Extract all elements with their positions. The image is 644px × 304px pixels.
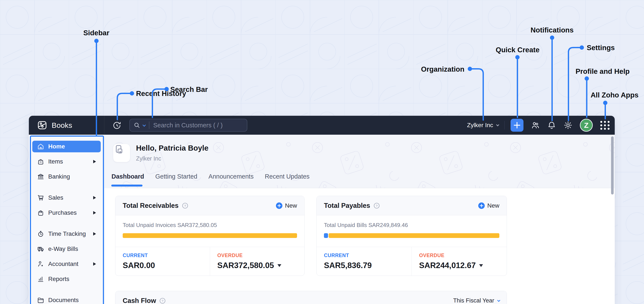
sidebar-item-eway-bills[interactable]: e-Way Bills xyxy=(32,243,101,255)
global-search[interactable] xyxy=(129,119,247,132)
sidebar-item-purchases[interactable]: Purchases xyxy=(32,207,101,219)
overdue-bar-segment xyxy=(329,233,499,238)
sidebar-item-sales[interactable]: Sales xyxy=(32,192,101,204)
overdue-amount: SAR244,012.67 xyxy=(419,261,476,270)
expand-arrow-icon xyxy=(93,160,96,163)
chevron-down-icon xyxy=(497,299,500,302)
payables-title: Total Payables xyxy=(324,202,370,210)
tab-recent-updates[interactable]: Recent Updates xyxy=(265,173,310,184)
sidebar: Home Items Banking Sales xyxy=(29,135,104,304)
unpaid-bills-label: Total Unpaid Bills SAR249,849.46 xyxy=(324,222,499,229)
org-document-icon xyxy=(113,144,124,155)
recent-history-icon[interactable] xyxy=(112,120,122,130)
avatar-letter: Z xyxy=(584,121,589,129)
total-receivables-card: Total Receivables ? New Total Unpaid Inv… xyxy=(115,196,304,276)
sidebar-item-items[interactable]: Items xyxy=(32,156,101,167)
documents-folder-icon xyxy=(37,297,44,304)
sidebar-item-home[interactable]: Home xyxy=(32,141,101,152)
annotation-search-bar: Search Bar xyxy=(170,85,208,94)
reports-chart-icon xyxy=(37,275,44,283)
help-icon[interactable]: ? xyxy=(182,202,188,209)
payables-current: CURRENT SAR5,836.79 xyxy=(316,247,412,276)
current-bar-segment xyxy=(324,233,328,238)
cash-flow-header: Cash Flow ? This Fiscal Year xyxy=(115,291,507,304)
annotation-sidebar: Sidebar xyxy=(83,29,109,37)
tab-dashboard[interactable]: Dashboard xyxy=(112,173,144,184)
scrollbar-thumb[interactable] xyxy=(611,136,614,195)
purchases-bag-icon xyxy=(37,209,44,216)
organization-switcher[interactable]: Zylker Inc xyxy=(467,122,498,129)
sidebar-item-documents[interactable]: Documents xyxy=(32,294,101,304)
greeting-subtitle: Zylker Inc xyxy=(136,155,161,162)
zoho-books-logo-icon xyxy=(37,120,47,130)
notifications-bell-icon[interactable] xyxy=(547,121,556,130)
plus-icon xyxy=(276,202,282,209)
greeting-banner: Hello, Patricia Boyle Zylker Inc Dashboa… xyxy=(104,135,615,188)
eway-truck-icon xyxy=(37,245,44,253)
payables-progress-bar xyxy=(324,233,499,238)
main-content: Hello, Patricia Boyle Zylker Inc Dashboa… xyxy=(104,135,615,304)
sales-cart-icon xyxy=(37,194,44,201)
all-zoho-apps-icon[interactable] xyxy=(600,120,610,130)
receivables-progress-bar xyxy=(123,233,297,238)
new-invoice-button[interactable]: New xyxy=(276,202,297,209)
payables-overdue: OVERDUE SAR244,012.67 xyxy=(412,247,507,276)
annotation-quick-create: Quick Create xyxy=(496,46,540,54)
total-payables-card: Total Payables ? New Total Unpaid Bills … xyxy=(316,196,507,276)
overdue-amount-dropdown[interactable]: SAR244,012.67 xyxy=(419,261,499,270)
quick-create-button[interactable] xyxy=(510,119,524,132)
topbar-divider xyxy=(504,121,504,129)
help-icon[interactable]: ? xyxy=(373,202,380,209)
greeting-title: Hello, Patricia Boyle xyxy=(136,144,208,152)
annotation-all-zoho-apps: All Zoho Apps xyxy=(590,91,638,99)
expand-arrow-icon xyxy=(93,196,96,199)
current-amount: SAR0.00 xyxy=(123,261,155,270)
sidebar-item-time-tracking[interactable]: Time Tracking xyxy=(32,228,101,240)
tab-getting-started[interactable]: Getting Started xyxy=(155,173,197,184)
tab-announcements[interactable]: Announcements xyxy=(208,173,254,184)
overdue-amount-dropdown[interactable]: SAR372,580.05 xyxy=(218,261,297,270)
tabs-divider xyxy=(111,188,611,188)
payables-header: Total Payables ? New xyxy=(316,196,507,215)
fiscal-year-filter[interactable]: This Fiscal Year xyxy=(453,297,499,304)
annotation-profile-and-help: Profile and Help xyxy=(576,67,630,75)
help-icon[interactable]: ? xyxy=(159,297,166,304)
bank-icon xyxy=(37,173,44,180)
caret-down-icon xyxy=(479,264,483,267)
unpaid-invoices-label: Total Unpaid Invoices SAR372,580.05 xyxy=(123,222,297,229)
home-icon xyxy=(37,143,44,150)
dashboard-tabs: Dashboard Getting Started Announcements … xyxy=(112,173,310,184)
sidebar-item-banking[interactable]: Banking xyxy=(32,171,101,182)
profile-avatar[interactable]: Z xyxy=(580,119,593,132)
svg-text:?: ? xyxy=(376,204,378,207)
cash-flow-card: Cash Flow ? This Fiscal Year xyxy=(115,291,507,304)
accountant-icon xyxy=(37,260,44,268)
search-icon xyxy=(134,122,140,128)
expand-arrow-icon xyxy=(93,211,96,215)
annotation-notifications: Notifications xyxy=(530,26,574,34)
current-amount: SAR5,836.79 xyxy=(324,261,372,270)
annotation-organization: Organization xyxy=(421,65,464,73)
logo-block[interactable]: Books xyxy=(29,116,104,135)
users-icon[interactable] xyxy=(531,121,540,130)
expand-arrow-icon xyxy=(93,232,96,236)
svg-text:?: ? xyxy=(162,299,164,303)
new-bill-button[interactable]: New xyxy=(478,202,499,209)
items-bag-icon xyxy=(37,158,44,165)
settings-gear-icon[interactable] xyxy=(564,121,572,130)
caret-down-icon xyxy=(278,264,281,267)
sidebar-item-reports[interactable]: Reports xyxy=(32,273,101,285)
sidebar-item-accountant[interactable]: Accountant xyxy=(32,258,101,270)
organization-avatar xyxy=(113,144,130,162)
plus-icon xyxy=(478,202,485,209)
search-input[interactable] xyxy=(153,122,243,129)
stopwatch-icon xyxy=(37,230,44,238)
receivables-title: Total Receivables xyxy=(123,202,179,210)
app-window: Books Zylker Inc xyxy=(29,116,615,304)
receivables-header: Total Receivables ? New xyxy=(115,196,304,215)
active-tab-indicator xyxy=(111,185,142,187)
search-scope-chevron-icon[interactable] xyxy=(142,123,146,127)
chevron-down-icon xyxy=(496,123,499,126)
receivables-current: CURRENT SAR0.00 xyxy=(115,247,210,276)
svg-text:?: ? xyxy=(184,204,186,207)
